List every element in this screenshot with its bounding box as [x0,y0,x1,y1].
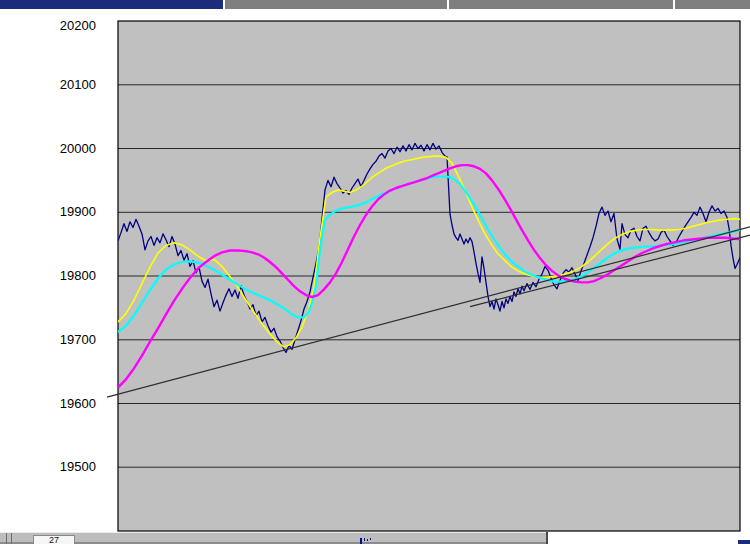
bottom-strip-divider [546,532,548,544]
bottom-tick-mark [6,533,7,544]
tiny-text-glyph [360,538,376,544]
y-axis-tick-label: 19500 [0,459,96,475]
y-axis-tick-label: 19900 [0,204,96,220]
bottom-tick-mark [11,533,12,544]
stock-chart[interactable] [0,0,750,544]
y-axis-tick-label: 20200 [0,18,96,34]
x-axis-label-box: 27 [33,535,75,544]
y-axis-tick-label: 20100 [0,77,96,93]
y-axis-tick-label: 19800 [0,268,96,284]
corner-navy-patch [738,540,750,544]
y-axis-tick-label: 19700 [0,332,96,348]
bottom-toolbar-strip [0,532,546,542]
x-axis-label: 27 [49,535,59,544]
excel-chart-screenshot: 2020020100200001990019800197001960019500… [0,0,750,544]
y-axis-tick-label: 19600 [0,396,96,412]
y-axis-tick-label: 20000 [0,141,96,157]
